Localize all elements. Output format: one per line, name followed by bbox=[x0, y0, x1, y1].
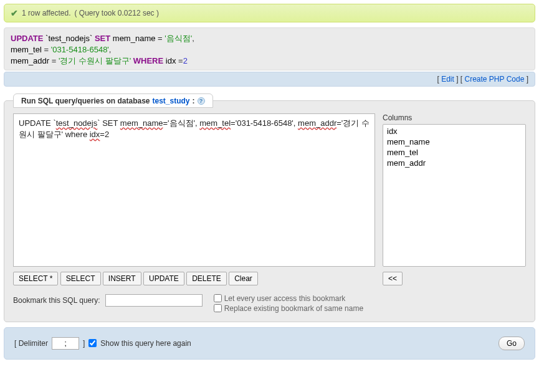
sql-column: mem_name bbox=[113, 34, 156, 43]
sql-op: = bbox=[49, 56, 59, 65]
sql-footer: [ Delimiter] Show this query here againG… bbox=[4, 327, 535, 360]
columns-list[interactable]: idxmem_namemem_telmem_addr bbox=[383, 124, 526, 267]
bookmark-replace-option[interactable]: Replace existing bookmark of same name bbox=[214, 304, 363, 313]
executed-sql-preview: UPDATE `test_nodejs` SET mem_name = '음식점… bbox=[4, 27, 535, 70]
sql-table: `test_nodejs` bbox=[45, 34, 92, 43]
update-button[interactable]: UPDATE bbox=[143, 272, 184, 285]
sql-number: 2 bbox=[183, 56, 188, 65]
rows-affected-text: 1 row affected. bbox=[22, 9, 71, 17]
bookmark-public-checkbox[interactable] bbox=[214, 294, 222, 302]
bookmark-label: Bookmark this SQL query: bbox=[13, 294, 100, 305]
edit-link[interactable]: Edit bbox=[441, 75, 454, 84]
bookmark-public-label: Let every user access this bookmark bbox=[224, 294, 346, 303]
sql-column: mem_addr bbox=[11, 56, 49, 65]
help-icon[interactable]: ? bbox=[198, 97, 205, 105]
create-php-link[interactable]: Create PHP Code bbox=[464, 75, 524, 84]
run-sql-panel: Run SQL query/queries on database test_s… bbox=[4, 100, 535, 322]
sql-keyword: WHERE bbox=[133, 56, 163, 65]
show-again-label: Show this query here again bbox=[100, 339, 191, 348]
legend-colon: : bbox=[193, 97, 195, 105]
query-timing-text: ( Query took 0.0212 sec ) bbox=[75, 9, 159, 17]
go-button[interactable]: Go bbox=[498, 337, 525, 350]
clear-button[interactable]: Clear bbox=[229, 272, 258, 285]
sql-op: , bbox=[109, 45, 112, 54]
sql-textarea[interactable]: UPDATE `test_nodejs` SET mem_name='음식점',… bbox=[13, 113, 375, 267]
bookmark-replace-checkbox[interactable] bbox=[214, 304, 222, 312]
column-option[interactable]: mem_tel bbox=[384, 147, 524, 158]
sql-op: , bbox=[192, 34, 194, 43]
select-star-button[interactable]: SELECT * bbox=[13, 272, 58, 285]
sql-keyword: UPDATE bbox=[11, 34, 43, 43]
sql-column: idx bbox=[166, 56, 176, 65]
bookmark-input[interactable] bbox=[105, 294, 203, 307]
sql-string: '031-5418-6548' bbox=[51, 45, 109, 54]
sql-string: '음식점' bbox=[165, 34, 192, 43]
column-option[interactable]: mem_addr bbox=[384, 158, 524, 168]
columns-label: Columns bbox=[383, 113, 526, 122]
delimiter-input[interactable] bbox=[52, 337, 79, 350]
success-message: ✔1 row affected. ( Query took 0.0212 sec… bbox=[4, 4, 535, 22]
bookmark-replace-label: Replace existing bookmark of same name bbox=[224, 304, 363, 313]
delete-button[interactable]: DELETE bbox=[186, 272, 227, 285]
sql-op: = bbox=[42, 45, 51, 54]
sql-string: '경기 수원시 팔달구' bbox=[59, 56, 131, 65]
column-option[interactable]: mem_name bbox=[384, 136, 524, 147]
insert-column-button[interactable]: << bbox=[383, 272, 403, 285]
check-icon: ✔ bbox=[11, 8, 18, 18]
sql-keyword: SET bbox=[95, 34, 110, 43]
panel-legend: Run SQL query/queries on database test_s… bbox=[13, 93, 213, 108]
delimiter-close: ] bbox=[83, 339, 85, 348]
legend-prefix: Run SQL query/queries on database bbox=[21, 97, 150, 105]
sql-column: mem_tel bbox=[11, 45, 42, 54]
sql-actions-bar: [ Edit ] [ Create PHP Code ] bbox=[4, 72, 535, 87]
bookmark-public-option[interactable]: Let every user access this bookmark bbox=[214, 294, 363, 303]
legend-dbname: test_study bbox=[153, 97, 190, 105]
select-button[interactable]: SELECT bbox=[60, 272, 101, 285]
column-option[interactable]: idx bbox=[384, 126, 524, 136]
delimiter-label: [ Delimiter bbox=[14, 339, 48, 348]
show-again-checkbox[interactable] bbox=[88, 339, 97, 347]
sql-op: = bbox=[155, 34, 165, 43]
sql-op: = bbox=[176, 56, 183, 65]
insert-button[interactable]: INSERT bbox=[103, 272, 141, 285]
